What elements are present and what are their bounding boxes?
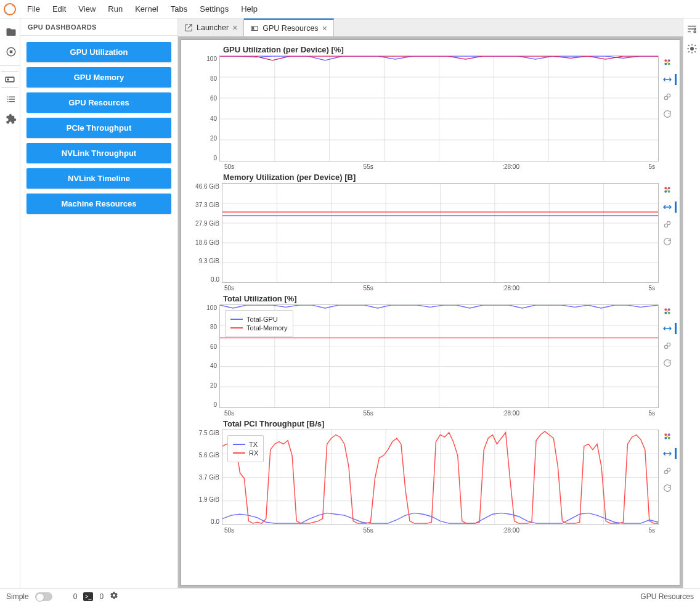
svg-point-61 (666, 310, 668, 312)
svg-point-77 (668, 437, 670, 439)
terminal-icon[interactable]: >_ (83, 592, 93, 601)
chart-title: Total Utilization [%] (187, 294, 674, 303)
running-icon[interactable] (1, 43, 18, 60)
menu-file[interactable]: File (21, 0, 46, 18)
chart-total-utilization: Total Utilization [%] 100806040200 Total… (184, 292, 677, 417)
pan-tool-icon[interactable] (662, 448, 673, 459)
svg-point-21 (664, 59, 667, 62)
bokeh-logo-icon[interactable] (662, 57, 673, 68)
tab-gpu-resources[interactable]: GPU Resources × (244, 18, 334, 36)
menu-tabs[interactable]: Tabs (165, 0, 193, 18)
debugger-icon[interactable] (686, 43, 698, 54)
terminal-count: 0 (73, 592, 78, 601)
dash-btn-nvlink-timeline[interactable]: NVLink Timeline (26, 168, 171, 189)
wheel-zoom-tool-icon[interactable] (662, 219, 673, 230)
simple-label: Simple (6, 592, 29, 601)
dash-btn-machine-resources[interactable]: Machine Resources (26, 194, 171, 214)
close-icon[interactable]: × (232, 23, 237, 33)
dash-btn-pcie-throughput[interactable]: PCIe Throughput (26, 118, 171, 138)
kernel-count: 0 (99, 592, 104, 601)
tab-launcher[interactable]: Launcher × (178, 18, 244, 36)
x-axis: 50s55s:28:005s (187, 525, 674, 534)
svg-point-43 (666, 189, 668, 190)
svg-rect-6 (6, 77, 14, 82)
x-axis: 50s55s:28:005s (187, 283, 674, 292)
y-axis: 100806040200 (187, 304, 219, 408)
svg-point-25 (666, 61, 668, 63)
chart-pci-throughput: Total PCI Throughput [B/s] 7.5 GiB5.6 Gi… (184, 417, 677, 534)
toc-icon[interactable] (1, 91, 18, 108)
kernel-settings-icon[interactable] (110, 591, 118, 602)
x-tick-label: 55s (364, 285, 373, 292)
chart-toolbar (659, 430, 674, 525)
chart-plot-area[interactable]: TXRX (222, 430, 659, 525)
svg-point-58 (668, 308, 670, 311)
menu-kernel[interactable]: Kernel (129, 0, 165, 18)
dash-btn-gpu-memory[interactable]: GPU Memory (26, 67, 171, 88)
legend-label: TX (249, 441, 258, 448)
dash-btn-nvlink-throughput[interactable]: NVLink Throughput (26, 143, 171, 163)
menu-view[interactable]: View (72, 0, 102, 18)
gpu-dashboards-icon[interactable] (1, 71, 18, 88)
svg-point-80 (667, 468, 670, 471)
simple-toggle[interactable] (35, 592, 52, 601)
bokeh-logo-icon[interactable] (662, 431, 673, 442)
sidebar-header: GPU DASHBOARDS (20, 18, 177, 36)
x-tick-label: 55s (364, 410, 373, 417)
pan-tool-icon[interactable] (662, 74, 673, 85)
chart-legend: Total-GPUTotal-Memory (225, 310, 293, 337)
bokeh-logo-icon[interactable] (662, 184, 673, 195)
wheel-zoom-tool-icon[interactable] (662, 340, 673, 351)
menu-help[interactable]: Help (235, 0, 264, 18)
svg-point-42 (668, 190, 670, 193)
close-icon[interactable]: × (322, 23, 327, 33)
reset-tool-icon[interactable] (662, 483, 673, 494)
dash-btn-gpu-utilization[interactable]: GPU Utilization (26, 42, 171, 62)
chart-plot-area[interactable]: Total-GPUTotal-Memory (219, 304, 659, 408)
svg-point-40 (668, 187, 670, 189)
x-tick-label: :28:00 (502, 285, 519, 292)
chart-title: GPU Utilization (per Device) [%] (187, 45, 674, 54)
svg-point-39 (664, 187, 667, 189)
x-axis: 50s55s:28:005s (187, 161, 674, 170)
extensions-icon[interactable] (1, 110, 18, 128)
wheel-zoom-tool-icon[interactable] (662, 465, 673, 476)
svg-rect-9 (253, 27, 254, 30)
reset-tool-icon[interactable] (662, 236, 673, 247)
menubar: File Edit View Run Kernel Tabs Settings … (0, 0, 700, 18)
x-tick-label: 5s (648, 285, 655, 292)
svg-point-63 (667, 343, 670, 346)
svg-point-2 (6, 12, 7, 14)
x-tick-label: 5s (648, 163, 655, 170)
pan-tool-icon[interactable] (662, 323, 673, 334)
x-tick-label: :28:00 (502, 163, 519, 170)
reset-tool-icon[interactable] (662, 108, 673, 120)
chart-toolbar (659, 183, 674, 283)
x-tick-label: 55s (364, 163, 373, 170)
dash-btn-gpu-resources[interactable]: GPU Resources (26, 92, 171, 113)
jupyter-logo-icon (2, 2, 17, 17)
svg-point-59 (664, 312, 667, 314)
filebrowser-icon[interactable] (1, 23, 18, 41)
chart-legend: TXRX (227, 435, 264, 462)
pan-tool-icon[interactable] (662, 202, 673, 213)
chart-memory-utilization: Memory Utilization (per Device) [B] 46.6… (184, 170, 677, 292)
x-tick-label: :28:00 (502, 410, 519, 417)
y-axis: 100806040200 (187, 55, 219, 161)
property-inspector-icon[interactable] (686, 23, 698, 35)
chart-plot-area[interactable] (219, 55, 659, 161)
menu-settings[interactable]: Settings (193, 0, 235, 18)
x-tick-label: 55s (364, 527, 373, 534)
reset-tool-icon[interactable] (662, 357, 673, 369)
x-tick-label: 50s (224, 527, 234, 534)
chart-plot-area[interactable] (222, 183, 659, 283)
tabbar: Launcher × GPU Resources × (178, 18, 683, 37)
y-axis: 46.6 GiB37.3 GiB27.9 GiB18.6 GiB9.3 GiB0… (187, 183, 222, 283)
menu-edit[interactable]: Edit (46, 0, 72, 18)
svg-point-3 (6, 4, 7, 6)
wheel-zoom-tool-icon[interactable] (662, 91, 673, 102)
svg-point-57 (664, 308, 667, 311)
bokeh-logo-icon[interactable] (662, 306, 673, 317)
menu-run[interactable]: Run (102, 0, 129, 18)
right-rail (683, 18, 700, 588)
